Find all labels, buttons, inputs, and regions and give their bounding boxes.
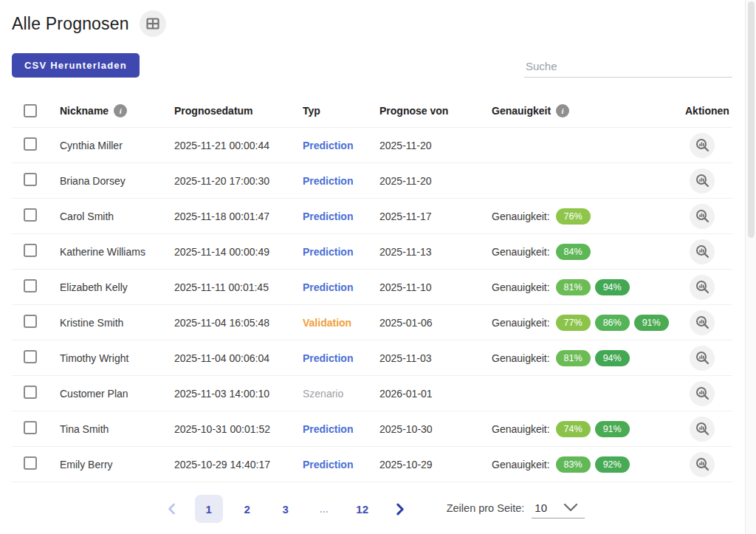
analyze-button[interactable] [690, 133, 715, 158]
rows-per-page-label: Zeilen pro Seite: [447, 502, 525, 518]
forecast-from-cell: 2025-10-29 [379, 459, 492, 470]
nickname-cell: Tina Smith [60, 423, 174, 435]
analyze-button[interactable] [690, 381, 715, 406]
accuracy-badge: 77% [556, 315, 591, 331]
accuracy-badge: 83% [556, 456, 591, 473]
type-cell: Prediction [303, 459, 379, 470]
row-checkbox[interactable] [24, 315, 37, 328]
nickname-cell: Cynthia Miller [60, 140, 174, 151]
page-button-12[interactable]: 12 [348, 495, 377, 523]
forecast-date-cell: 2025-11-11 00:01:45 [174, 281, 303, 293]
analyze-button[interactable] [690, 168, 715, 194]
forecast-date-cell: 2025-11-18 00:01:47 [174, 210, 303, 222]
accuracy-badge: 92% [595, 456, 630, 473]
row-checkbox-cell [12, 456, 60, 472]
accuracy-badge: 94% [595, 279, 630, 295]
row-checkbox[interactable] [24, 350, 37, 363]
forecast-date-cell: 2025-11-20 17:00:30 [174, 175, 303, 187]
analyze-button[interactable] [690, 239, 715, 264]
analyze-magnifier-icon [695, 422, 709, 436]
forecast-from-cell: 2025-11-03 [379, 352, 492, 364]
header-forecast-from: Prognose von [379, 105, 492, 117]
info-icon[interactable]: i [114, 104, 127, 117]
actions-cell [685, 381, 732, 406]
row-checkbox-cell [12, 208, 60, 224]
row-checkbox[interactable] [24, 173, 37, 186]
analyze-button[interactable] [690, 452, 715, 477]
analyze-button[interactable] [690, 204, 715, 229]
scrollbar-track[interactable] [745, 0, 756, 534]
type-cell: Prediction [303, 210, 379, 222]
analyze-magnifier-icon [695, 315, 709, 329]
forecast-from-cell: 2025-11-20 [379, 140, 492, 151]
analyze-button[interactable] [690, 346, 715, 371]
scrollbar-thumb[interactable] [748, 1, 755, 238]
nickname-cell: Briana Dorsey [60, 175, 174, 187]
select-all-cell [12, 104, 60, 117]
page-button-1[interactable]: 1 [195, 495, 223, 523]
rows-per-page-value: 10 [535, 502, 547, 514]
nickname-cell: Kristine Smith [60, 317, 174, 329]
next-page-button[interactable] [387, 499, 413, 519]
accuracy-cell: Genauigkeit:76% [492, 208, 685, 225]
accuracy-badge: 81% [556, 279, 591, 295]
analyze-button[interactable] [690, 275, 715, 300]
row-checkbox[interactable] [24, 386, 37, 399]
page-button-3[interactable]: 3 [272, 495, 300, 523]
nickname-cell: Customer Plan [60, 388, 174, 400]
search-input[interactable] [524, 55, 732, 78]
header-forecast-date: Prognosedatum [174, 105, 303, 117]
type-cell: Prediction [303, 423, 379, 435]
page-title: Alle Prognosen [12, 14, 129, 34]
accuracy-label: Genauigkeit: [492, 423, 550, 435]
rows-per-page-select[interactable]: 10 [532, 500, 585, 518]
page-button-2[interactable]: 2 [233, 495, 261, 523]
analyze-magnifier-icon [695, 138, 709, 152]
actions-cell [685, 346, 732, 371]
select-all-checkbox[interactable] [24, 104, 37, 117]
nickname-cell: Emily Berry [60, 459, 174, 470]
search-field-wrap [524, 55, 732, 78]
type-cell: Szenario [303, 388, 379, 400]
row-checkbox[interactable] [24, 279, 37, 292]
page-buttons: 123…12 [195, 495, 377, 523]
row-checkbox[interactable] [24, 137, 37, 151]
accuracy-badge: 81% [556, 350, 591, 366]
type-cell: Prediction [303, 281, 379, 293]
analyze-magnifier-icon [695, 386, 709, 400]
info-icon[interactable]: i [556, 104, 569, 117]
row-checkbox[interactable] [24, 244, 37, 257]
actions-cell [685, 168, 732, 194]
table-row: Tina Smith2025-10-31 00:01:52Prediction2… [12, 411, 732, 447]
forecast-from-cell: 2025-10-30 [379, 423, 492, 435]
row-checkbox[interactable] [24, 421, 37, 434]
accuracy-badge: 91% [634, 315, 669, 331]
header-type: Typ [303, 105, 379, 117]
forecast-date-cell: 2025-11-14 00:00:49 [174, 246, 303, 258]
forecast-date-cell: 2025-11-04 00:06:04 [174, 352, 303, 364]
csv-download-button[interactable]: CSV Herunterladen [12, 53, 140, 78]
analyze-button[interactable] [690, 310, 715, 335]
row-checkbox-cell [12, 421, 60, 437]
forecast-from-cell: 2025-11-10 [379, 281, 492, 293]
actions-cell [685, 452, 732, 477]
accuracy-label: Genauigkeit: [492, 317, 550, 329]
previous-page-button[interactable] [159, 499, 185, 518]
table-row: Customer Plan2025-11-03 14:00:10Szenario… [12, 376, 732, 411]
forecast-from-cell: 2025-01-06 [379, 317, 492, 329]
chevron-right-icon [393, 502, 407, 516]
accuracy-label: Genauigkeit: [492, 210, 550, 222]
actions-cell [685, 204, 732, 229]
row-checkbox[interactable] [24, 208, 37, 222]
row-checkbox[interactable] [24, 456, 37, 470]
pagination-bar: 123…12 Zeilen pro Seite: 10 [12, 493, 732, 525]
accuracy-label: Genauigkeit: [492, 281, 550, 293]
row-checkbox-cell [12, 137, 60, 153]
grid-view-button[interactable] [140, 10, 166, 37]
accuracy-badge: 94% [595, 350, 630, 366]
analyze-magnifier-icon [695, 174, 709, 188]
accuracy-label: Genauigkeit: [492, 246, 550, 258]
table-header-row: Nickname i Prognosedatum Typ Prognose vo… [12, 94, 732, 128]
analyze-button[interactable] [690, 417, 715, 442]
accuracy-badge: 91% [595, 421, 630, 437]
